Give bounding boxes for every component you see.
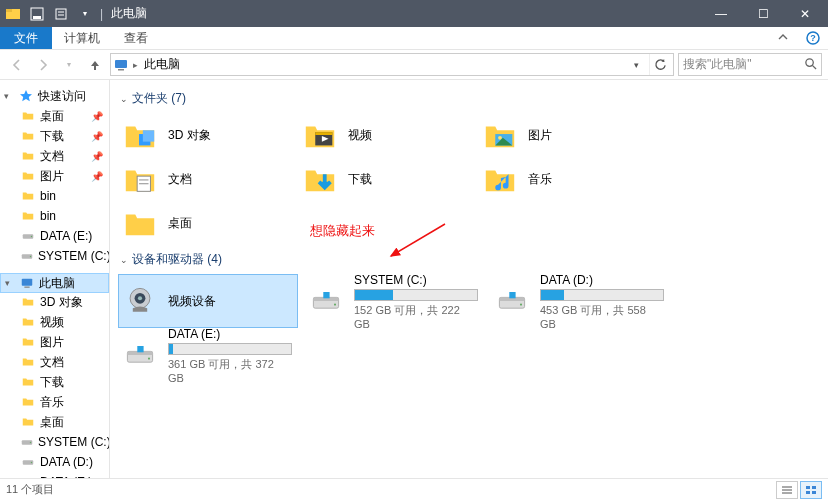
details-view-button[interactable] — [776, 481, 798, 499]
address-dropdown-icon[interactable]: ▾ — [627, 60, 645, 70]
drive-icon — [494, 283, 530, 319]
library-folder[interactable]: 3D 对象 — [118, 113, 298, 157]
chevron-down-icon[interactable]: ▾ — [4, 91, 14, 101]
sidebar-item[interactable]: DATA (D:) — [0, 452, 109, 472]
sidebar-item-label: bin — [40, 189, 56, 203]
address-bar[interactable]: ▸ 此电脑 ▾ — [110, 53, 674, 76]
device-name: SYSTEM (C:) — [354, 273, 478, 287]
sidebar-item[interactable]: SYSTEM (C:) — [0, 246, 109, 266]
chevron-right-icon[interactable]: ▸ — [133, 60, 138, 70]
folder-label: 文档 — [168, 171, 192, 188]
forward-button[interactable] — [32, 54, 54, 76]
refresh-button[interactable] — [649, 54, 671, 75]
svg-rect-58 — [806, 491, 810, 494]
svg-rect-29 — [143, 130, 154, 141]
svg-point-40 — [138, 296, 142, 300]
storage-bar — [540, 289, 664, 301]
device-drive[interactable]: SYSTEM (C:)152 GB 可用，共 222 GB — [304, 274, 484, 328]
search-icon[interactable] — [804, 57, 817, 73]
sidebar-item[interactable]: 下载📌 — [0, 126, 109, 146]
sidebar-item[interactable]: 下载 — [0, 372, 109, 392]
library-folder[interactable]: 桌面 — [118, 201, 298, 245]
sidebar-item-label: 桌面 — [40, 108, 64, 125]
sidebar-this-pc[interactable]: ▾ 此电脑 — [0, 273, 109, 293]
status-bar: 11 个项目 — [0, 478, 828, 500]
ribbon-toggle-icon[interactable] — [768, 27, 798, 49]
folder-icon — [482, 117, 518, 153]
search-placeholder: 搜索"此电脑" — [683, 56, 752, 73]
drive-icon — [122, 337, 158, 373]
section-folders[interactable]: ⌄ 文件夹 (7) — [120, 90, 820, 107]
svg-point-20 — [30, 442, 31, 443]
device-drive[interactable]: DATA (E:)361 GB 可用，共 372 GB — [118, 328, 298, 382]
folder-icon — [20, 148, 36, 164]
breadcrumb-this-pc[interactable]: 此电脑 — [142, 56, 182, 73]
library-folder[interactable]: 下载 — [298, 157, 478, 201]
section-label: 设备和驱动器 (4) — [132, 251, 222, 268]
folder-icon — [20, 354, 36, 370]
help-button[interactable]: ? — [798, 27, 828, 49]
tab-computer[interactable]: 计算机 — [52, 27, 112, 49]
sidebar-item[interactable]: 文档📌 — [0, 146, 109, 166]
library-folder[interactable]: 文档 — [118, 157, 298, 201]
chevron-down-icon[interactable]: ⌄ — [120, 255, 128, 265]
sidebar-item[interactable]: 音乐 — [0, 392, 109, 412]
svg-point-47 — [520, 304, 522, 306]
folder-icon — [122, 117, 158, 153]
recent-dropdown-icon[interactable]: ▾ — [58, 54, 80, 76]
icons-view-button[interactable] — [800, 481, 822, 499]
up-button[interactable] — [84, 54, 106, 76]
sidebar-item[interactable]: 视频 — [0, 312, 109, 332]
close-button[interactable]: ✕ — [784, 0, 826, 27]
library-folder[interactable]: 音乐 — [478, 157, 658, 201]
folder-label: 下载 — [348, 171, 372, 188]
folder-label: 桌面 — [168, 215, 192, 232]
device-webcam[interactable]: 视频设备 — [118, 274, 298, 328]
chevron-down-icon[interactable]: ⌄ — [120, 94, 128, 104]
device-drive[interactable]: DATA (D:)453 GB 可用，共 558 GB — [490, 274, 670, 328]
file-tab[interactable]: 文件 — [0, 27, 52, 49]
sidebar-item-label: 图片 — [40, 334, 64, 351]
svg-rect-18 — [24, 287, 29, 288]
folder-icon — [122, 205, 158, 241]
svg-rect-3 — [33, 16, 41, 19]
search-input[interactable]: 搜索"此电脑" — [678, 53, 822, 76]
sidebar-item[interactable]: bin — [0, 186, 109, 206]
qat-properties-icon[interactable] — [50, 3, 72, 25]
this-pc-icon — [113, 57, 129, 73]
pin-icon: 📌 — [91, 151, 103, 162]
folder-icon — [20, 188, 36, 204]
section-devices[interactable]: ⌄ 设备和驱动器 (4) — [120, 251, 820, 268]
sidebar-quick-access[interactable]: ▾ 快速访问 — [0, 86, 109, 106]
sidebar-item[interactable]: 桌面📌 — [0, 106, 109, 126]
device-name: 视频设备 — [168, 293, 292, 310]
drive-icon — [20, 228, 36, 244]
svg-rect-52 — [137, 346, 143, 352]
svg-rect-59 — [812, 491, 816, 494]
qat-save-icon[interactable] — [26, 3, 48, 25]
sidebar-item[interactable]: 桌面 — [0, 412, 109, 432]
storage-free-label: 361 GB 可用，共 372 GB — [168, 357, 292, 384]
library-folder[interactable]: 视频 — [298, 113, 478, 157]
svg-rect-17 — [22, 279, 33, 286]
maximize-button[interactable]: ☐ — [742, 0, 784, 27]
library-folder[interactable]: 图片 — [478, 113, 658, 157]
back-button[interactable] — [6, 54, 28, 76]
sidebar-item[interactable]: 3D 对象 — [0, 292, 109, 312]
sidebar-item[interactable]: 图片📌 — [0, 166, 109, 186]
minimize-button[interactable]: — — [700, 0, 742, 27]
sidebar-item[interactable]: 图片 — [0, 332, 109, 352]
svg-rect-48 — [509, 292, 515, 298]
item-count: 11 个项目 — [6, 482, 54, 497]
sidebar-item[interactable]: SYSTEM (C:) — [0, 432, 109, 452]
sidebar-item-label: 下载 — [40, 128, 64, 145]
qat-dropdown-icon[interactable]: ▾ — [74, 3, 96, 25]
sidebar-item[interactable]: DATA (E:) — [0, 226, 109, 246]
tab-view[interactable]: 查看 — [112, 27, 160, 49]
sidebar-item[interactable]: bin — [0, 206, 109, 226]
ribbon: 文件 计算机 查看 ? — [0, 27, 828, 50]
sidebar-item[interactable]: 文档 — [0, 352, 109, 372]
svg-line-12 — [812, 65, 816, 69]
chevron-down-icon[interactable]: ▾ — [5, 278, 15, 288]
navigation-sidebar: ▾ 快速访问 桌面📌下载📌文档📌图片📌binbinDATA (E:)SYSTEM… — [0, 80, 110, 478]
